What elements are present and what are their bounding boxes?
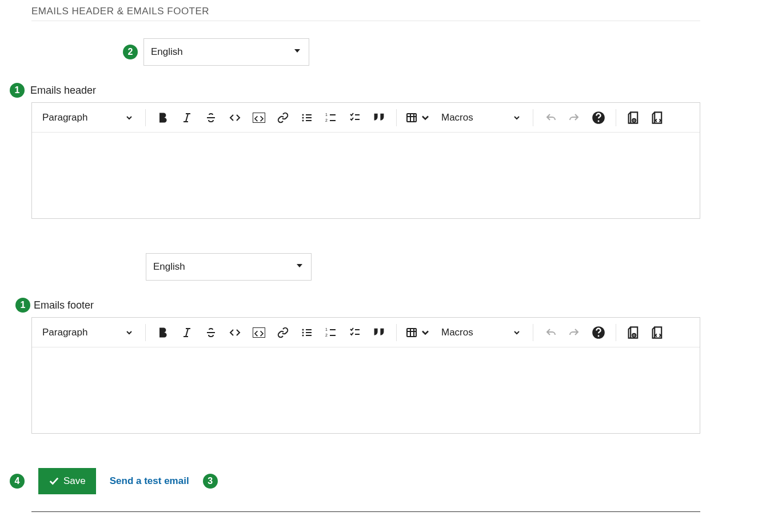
language-select-header-value: English bbox=[151, 46, 183, 58]
help-button[interactable] bbox=[587, 107, 610, 128]
editor-toolbar-header: Paragraph Macros bbox=[32, 103, 700, 133]
block-format-value: Paragraph bbox=[42, 327, 87, 338]
badge-test-email: 3 bbox=[203, 474, 218, 489]
preview-button[interactable] bbox=[622, 322, 645, 343]
badge-emails-header: 1 bbox=[10, 83, 25, 98]
code-block-button[interactable] bbox=[248, 107, 270, 128]
emails-header-label: Emails header bbox=[30, 85, 96, 97]
inline-code-button[interactable] bbox=[224, 322, 246, 343]
save-button[interactable]: Save bbox=[38, 468, 96, 494]
redo-button[interactable] bbox=[563, 107, 586, 128]
help-icon bbox=[592, 326, 605, 339]
badge-emails-footer: 1 bbox=[15, 298, 30, 313]
language-select-footer-value: English bbox=[153, 261, 185, 273]
chevron-down-icon bbox=[420, 112, 431, 123]
quote-icon bbox=[372, 111, 386, 125]
blockquote-button[interactable] bbox=[368, 107, 390, 128]
italic-icon bbox=[181, 112, 193, 123]
undo-icon bbox=[545, 327, 556, 338]
redo-icon bbox=[569, 327, 580, 338]
source-code-icon bbox=[651, 111, 664, 125]
strikethrough-button[interactable] bbox=[200, 322, 222, 343]
link-button[interactable] bbox=[272, 107, 294, 128]
section-title: EMAILS HEADER & EMAILS FOOTER bbox=[31, 6, 700, 21]
language-select-header[interactable]: English bbox=[143, 38, 309, 66]
source-code-icon bbox=[651, 326, 664, 339]
chevron-down-icon bbox=[512, 328, 521, 337]
save-button-label: Save bbox=[63, 475, 86, 487]
bullet-list-icon bbox=[301, 327, 313, 338]
toolbar-separator bbox=[396, 324, 397, 341]
table-button[interactable] bbox=[402, 107, 434, 128]
task-list-icon bbox=[349, 112, 361, 123]
link-icon bbox=[277, 112, 289, 123]
bullet-list-icon bbox=[301, 112, 313, 123]
language-row-footer: English bbox=[146, 253, 700, 281]
actions-row: 4 Save Send a test email 3 bbox=[10, 468, 700, 494]
italic-button[interactable] bbox=[175, 107, 198, 128]
table-icon bbox=[406, 112, 417, 123]
emails-header-textarea[interactable] bbox=[32, 133, 700, 218]
help-button[interactable] bbox=[587, 322, 610, 343]
toolbar-separator bbox=[616, 109, 616, 126]
bold-button[interactable] bbox=[151, 107, 174, 128]
ordered-list-button[interactable] bbox=[320, 107, 342, 128]
code-block-icon bbox=[253, 327, 265, 338]
inline-code-button[interactable] bbox=[224, 107, 246, 128]
bold-button[interactable] bbox=[151, 322, 174, 343]
code-icon bbox=[229, 327, 241, 338]
ordered-list-icon bbox=[325, 327, 337, 338]
source-button[interactable] bbox=[646, 107, 669, 128]
strikethrough-icon bbox=[205, 112, 217, 123]
toolbar-separator bbox=[145, 324, 146, 341]
toolbar-separator bbox=[145, 109, 146, 126]
toolbar-separator bbox=[396, 109, 397, 126]
language-select-footer[interactable]: English bbox=[146, 253, 312, 281]
block-format-select[interactable]: Paragraph bbox=[37, 327, 139, 338]
block-format-value: Paragraph bbox=[42, 112, 87, 123]
table-icon bbox=[406, 327, 417, 338]
task-list-button[interactable] bbox=[344, 107, 366, 128]
strikethrough-icon bbox=[205, 327, 217, 338]
toolbar-separator bbox=[533, 109, 533, 126]
bottom-divider bbox=[31, 511, 700, 512]
macros-label: Macros bbox=[441, 327, 473, 338]
macros-select[interactable]: Macros bbox=[436, 327, 527, 338]
chevron-down-icon bbox=[125, 113, 134, 122]
language-row-header: 2 English bbox=[123, 38, 700, 66]
italic-icon bbox=[181, 327, 193, 338]
check-icon bbox=[49, 476, 59, 486]
bold-icon bbox=[156, 326, 170, 339]
badge-language-top: 2 bbox=[123, 45, 138, 59]
table-button[interactable] bbox=[402, 322, 434, 343]
link-button[interactable] bbox=[272, 322, 294, 343]
code-block-button[interactable] bbox=[248, 322, 270, 343]
undo-button[interactable] bbox=[539, 322, 562, 343]
quote-icon bbox=[372, 326, 386, 339]
editor-toolbar-footer: Paragraph Macros bbox=[32, 318, 700, 347]
blockquote-button[interactable] bbox=[368, 322, 390, 343]
preview-icon bbox=[627, 326, 640, 339]
source-button[interactable] bbox=[646, 322, 669, 343]
bold-icon bbox=[156, 111, 170, 125]
ordered-list-button[interactable] bbox=[320, 322, 342, 343]
emails-footer-label-row: 1 Emails footer bbox=[15, 298, 700, 313]
bullet-list-button[interactable] bbox=[296, 322, 318, 343]
bullet-list-button[interactable] bbox=[296, 107, 318, 128]
task-list-button[interactable] bbox=[344, 322, 366, 343]
strikethrough-button[interactable] bbox=[200, 107, 222, 128]
send-test-email-link[interactable]: Send a test email bbox=[110, 475, 189, 487]
block-format-select[interactable]: Paragraph bbox=[37, 112, 139, 123]
macros-select[interactable]: Macros bbox=[436, 112, 527, 123]
ordered-list-icon bbox=[325, 112, 337, 123]
code-icon bbox=[229, 112, 241, 123]
undo-button[interactable] bbox=[539, 107, 562, 128]
redo-icon bbox=[569, 112, 580, 123]
emails-footer-textarea[interactable] bbox=[32, 347, 700, 433]
emails-footer-editor: Paragraph Macros bbox=[31, 317, 700, 434]
link-icon bbox=[277, 327, 289, 338]
preview-button[interactable] bbox=[622, 107, 645, 128]
badge-save: 4 bbox=[10, 474, 25, 489]
italic-button[interactable] bbox=[175, 322, 198, 343]
redo-button[interactable] bbox=[563, 322, 586, 343]
